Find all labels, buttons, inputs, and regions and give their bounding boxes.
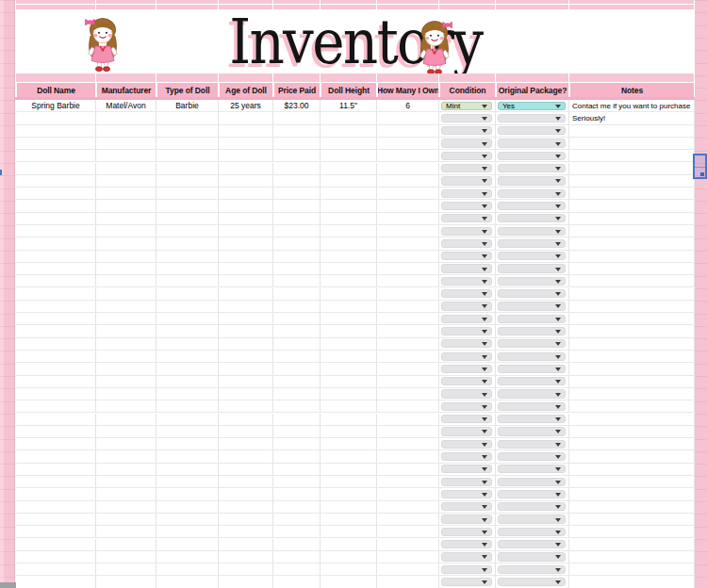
cell-price[interactable] bbox=[273, 288, 321, 300]
cell-height[interactable] bbox=[321, 288, 377, 300]
cell-notes[interactable] bbox=[569, 450, 695, 462]
cell-original_package[interactable] bbox=[496, 338, 569, 350]
cell-age[interactable] bbox=[219, 263, 273, 274]
cell-condition[interactable] bbox=[439, 376, 496, 387]
cell-manufacturer[interactable] bbox=[96, 213, 156, 224]
cell-type[interactable] bbox=[156, 426, 219, 437]
cell-original_package[interactable] bbox=[496, 426, 569, 437]
cell-price[interactable] bbox=[273, 438, 321, 449]
cell-manufacturer[interactable] bbox=[96, 476, 156, 487]
cell-manufacturer[interactable] bbox=[96, 363, 156, 374]
cell-original_package[interactable] bbox=[496, 188, 569, 199]
cell-original_package[interactable] bbox=[496, 501, 569, 513]
cell-notes[interactable] bbox=[569, 263, 695, 274]
cell-notes[interactable] bbox=[569, 363, 695, 374]
cell-doll_name[interactable]: Spring Barbie bbox=[16, 100, 96, 111]
cell-manufacturer[interactable] bbox=[96, 125, 156, 137]
cell-doll_name[interactable] bbox=[16, 237, 96, 249]
condition-dropdown[interactable] bbox=[441, 389, 492, 398]
cell-age[interactable] bbox=[219, 450, 273, 462]
chevron-down-icon[interactable] bbox=[555, 167, 561, 171]
condition-dropdown[interactable] bbox=[441, 565, 492, 574]
condition-dropdown[interactable] bbox=[441, 365, 492, 373]
cell-quantity[interactable] bbox=[377, 112, 439, 123]
cell-original_package[interactable] bbox=[496, 376, 569, 387]
cell-type[interactable] bbox=[156, 551, 219, 563]
cell-price[interactable] bbox=[273, 526, 321, 537]
chevron-down-icon[interactable] bbox=[555, 518, 561, 522]
cell-doll_name[interactable] bbox=[16, 576, 96, 587]
chevron-down-icon[interactable] bbox=[482, 531, 487, 534]
chevron-down-icon[interactable] bbox=[555, 580, 561, 584]
cell-condition[interactable] bbox=[439, 225, 496, 237]
cell-condition[interactable]: Mint bbox=[439, 100, 496, 111]
cell-notes[interactable] bbox=[569, 237, 695, 249]
chevron-down-icon[interactable] bbox=[555, 204, 561, 208]
cell-price[interactable] bbox=[273, 501, 321, 513]
condition-dropdown[interactable] bbox=[441, 465, 492, 473]
cell-original_package[interactable] bbox=[496, 414, 569, 425]
chevron-down-icon[interactable] bbox=[555, 292, 561, 296]
cell-price[interactable] bbox=[273, 175, 321, 187]
chevron-down-icon[interactable] bbox=[555, 192, 561, 196]
cell-type[interactable] bbox=[156, 275, 219, 286]
cell-condition[interactable] bbox=[439, 125, 496, 137]
cell-notes[interactable] bbox=[569, 175, 695, 187]
condition-dropdown[interactable] bbox=[441, 514, 492, 523]
original_package-dropdown[interactable] bbox=[498, 327, 566, 335]
cell-condition[interactable] bbox=[439, 163, 496, 174]
condition-dropdown[interactable] bbox=[441, 440, 492, 449]
cell-quantity[interactable] bbox=[377, 213, 439, 224]
cell-manufacturer[interactable] bbox=[96, 438, 156, 449]
cell-doll_name[interactable] bbox=[16, 450, 96, 462]
cell-notes[interactable] bbox=[569, 476, 695, 487]
cell-type[interactable] bbox=[156, 338, 219, 350]
cell-height[interactable] bbox=[321, 175, 377, 187]
chevron-down-icon[interactable] bbox=[555, 179, 561, 183]
cell-manufacturer[interactable] bbox=[96, 225, 156, 237]
cell-doll_name[interactable] bbox=[16, 363, 96, 374]
cell-age[interactable] bbox=[219, 225, 273, 237]
cell-height[interactable] bbox=[321, 251, 377, 262]
cell-doll_name[interactable] bbox=[16, 438, 96, 449]
cell-age[interactable] bbox=[219, 338, 273, 350]
cell-notes[interactable] bbox=[569, 188, 695, 199]
cell-height[interactable] bbox=[321, 414, 377, 425]
cell-price[interactable] bbox=[273, 464, 321, 475]
chevron-down-icon[interactable] bbox=[482, 254, 487, 258]
cell-manufacturer[interactable] bbox=[96, 301, 156, 312]
cell-notes[interactable] bbox=[569, 426, 695, 437]
column-header-condition[interactable]: Condition bbox=[439, 83, 496, 97]
cell-quantity[interactable] bbox=[377, 514, 439, 525]
cell-doll_name[interactable] bbox=[16, 138, 96, 149]
selected-cell-range[interactable] bbox=[693, 154, 707, 179]
cell-condition[interactable] bbox=[439, 450, 496, 462]
cell-condition[interactable] bbox=[439, 476, 496, 487]
cell-type[interactable] bbox=[156, 363, 219, 374]
chevron-down-icon[interactable] bbox=[482, 417, 487, 421]
chevron-down-icon[interactable] bbox=[482, 280, 487, 284]
cell-price[interactable] bbox=[273, 488, 321, 499]
cell-age[interactable] bbox=[219, 163, 273, 174]
condition-dropdown[interactable] bbox=[441, 540, 492, 548]
cell-quantity[interactable] bbox=[377, 237, 439, 249]
cell-doll_name[interactable] bbox=[16, 539, 96, 550]
cell-doll_name[interactable] bbox=[16, 163, 96, 174]
cell-manufacturer[interactable] bbox=[96, 576, 156, 587]
cell-type[interactable] bbox=[156, 450, 219, 462]
chevron-down-icon[interactable] bbox=[555, 129, 561, 133]
cell-original_package[interactable] bbox=[496, 301, 569, 312]
cell-type[interactable] bbox=[156, 188, 219, 199]
condition-dropdown[interactable] bbox=[441, 552, 492, 561]
original_package-dropdown[interactable] bbox=[498, 264, 566, 272]
cell-manufacturer[interactable] bbox=[96, 237, 156, 249]
cell-price[interactable] bbox=[273, 225, 321, 237]
cell-type[interactable] bbox=[156, 213, 219, 224]
cell-type[interactable] bbox=[156, 539, 219, 550]
cell-type[interactable] bbox=[156, 150, 219, 161]
cell-type[interactable] bbox=[156, 200, 219, 211]
cell-type[interactable] bbox=[156, 376, 219, 387]
cell-condition[interactable] bbox=[439, 237, 496, 249]
cell-height[interactable] bbox=[321, 200, 377, 211]
original_package-dropdown[interactable] bbox=[498, 440, 566, 449]
